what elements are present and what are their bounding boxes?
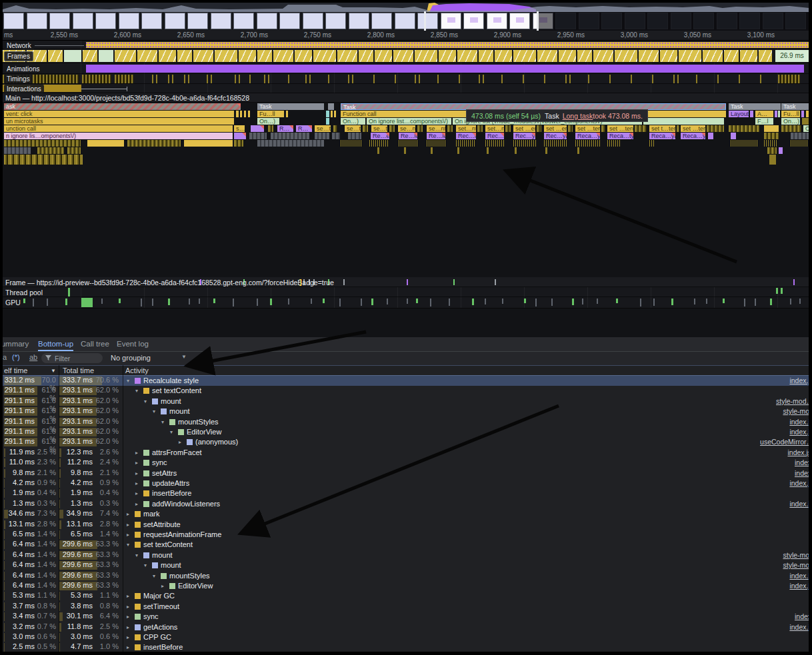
flame-entry-small[interactable] <box>545 147 547 154</box>
flame-entry[interactable]: O… <box>803 125 809 132</box>
expand-icon[interactable]: ▸ <box>127 532 129 538</box>
expand-icon[interactable]: ▸ <box>135 460 138 466</box>
flame-entry-small[interactable] <box>477 125 483 132</box>
tab-summary[interactable]: Summary <box>0 337 29 351</box>
flame-entry[interactable]: Task <box>257 103 324 110</box>
collapse-icon[interactable]: ▾ <box>153 573 155 579</box>
flame-entry-small[interactable] <box>778 111 780 117</box>
collapse-icon[interactable]: ▾ <box>153 408 155 414</box>
screenshot-thumbnail[interactable] <box>49 13 70 29</box>
collapse-icon[interactable]: ▾ <box>161 419 164 425</box>
table-row[interactable]: 6.5 ms1.4 %6.5 ms1.4 %▸requestAnimationF… <box>0 530 812 540</box>
flame-entry-small[interactable] <box>544 140 568 147</box>
flame-entry[interactable]: Rec…le <box>485 133 504 139</box>
frame-block[interactable] <box>639 50 659 62</box>
frame-block[interactable] <box>679 50 701 62</box>
flame-entry[interactable]: Re…le <box>399 133 417 139</box>
table-row[interactable]: 291.1 ms61.6 %293.1 ms62.0 %▾mountStyles… <box>0 417 812 427</box>
frame-block[interactable] <box>393 50 413 62</box>
screenshot-thumbnail[interactable] <box>187 13 208 29</box>
flame-entry-small[interactable] <box>427 140 445 147</box>
flame-entry-small[interactable] <box>236 111 239 117</box>
frame-block[interactable] <box>137 50 157 62</box>
table-row[interactable]: 6.4 ms1.4 %299.6 ms63.3 %▸EditorViewinde… <box>0 581 812 591</box>
flame-entry-small[interactable] <box>87 140 124 147</box>
screenshot-thumbnail[interactable] <box>73 13 93 29</box>
flame-entry[interactable]: n ignore lis…omponents\/) <box>4 133 233 139</box>
flame-entry-small[interactable] <box>537 125 541 132</box>
frame-block[interactable] <box>273 50 293 62</box>
main-thread-url[interactable]: Main — http://localhost:3000/projects/bd… <box>5 94 249 102</box>
frame-block[interactable] <box>593 50 613 62</box>
frames-track-label[interactable]: Frames <box>4 51 33 61</box>
grouping-select[interactable]: No grouping <box>111 354 151 362</box>
flame-entry-small[interactable] <box>363 125 368 132</box>
flame-entry[interactable]: Fu…ll <box>781 111 800 117</box>
expand-icon[interactable]: ▸ <box>127 634 129 640</box>
collapse-icon[interactable]: ▾ <box>144 562 147 568</box>
flame-entry-small[interactable] <box>4 155 83 165</box>
frame-block[interactable] <box>615 50 637 62</box>
frame-block[interactable] <box>375 50 392 62</box>
table-row[interactable]: 291.1 ms61.6 %293.1 ms62.0 %▾set textCon… <box>0 386 812 396</box>
flame-entry-small[interactable] <box>399 140 417 147</box>
flame-entry-small[interactable] <box>635 125 647 132</box>
match-case-icon[interactable]: a <box>3 353 7 361</box>
source-link[interactable]: useCodeMirror… <box>760 438 812 446</box>
flame-entry[interactable]: Rec…yle <box>513 133 535 139</box>
flame-entry[interactable]: se…nt <box>427 125 445 132</box>
flame-entry[interactable]: s…t <box>234 125 245 132</box>
flame-entry-small[interactable] <box>184 140 233 147</box>
flame-entry[interactable]: F…l <box>755 118 773 125</box>
flame-entry[interactable]: On…) <box>257 118 279 125</box>
activity-header[interactable]: Activity <box>125 366 149 374</box>
flame-entry-small[interactable] <box>568 125 573 132</box>
collapse-icon[interactable]: ▾ <box>135 388 138 394</box>
gpu-label[interactable]: GPU <box>5 299 21 307</box>
flame-entry-small[interactable] <box>251 125 264 132</box>
frame-block[interactable] <box>577 50 592 62</box>
frame-block[interactable] <box>703 50 723 62</box>
frame-block[interactable] <box>48 50 63 62</box>
table-row[interactable]: 3.2 ms0.7 %11.8 ms2.5 %▸getActionsindex.… <box>0 622 812 632</box>
flame-entry[interactable]: se…nt <box>398 125 415 132</box>
flame-entry-small[interactable] <box>334 111 336 117</box>
flame-entry[interactable]: On…) <box>781 118 800 125</box>
flame-entry-small[interactable] <box>234 140 243 147</box>
overview-window-left-handle[interactable] <box>424 11 426 31</box>
flame-entry-small[interactable] <box>750 111 753 117</box>
flame-entry-small[interactable] <box>777 103 781 110</box>
frame-block[interactable] <box>295 50 312 62</box>
interactions-track-label[interactable]: Interactions <box>4 85 44 93</box>
screenshot-thumbnail[interactable] <box>417 13 438 29</box>
expand-icon[interactable]: ▸ <box>135 490 138 496</box>
expand-icon[interactable]: ▸ <box>135 501 138 507</box>
flame-entry-small[interactable] <box>708 133 713 139</box>
flame-entry-small[interactable] <box>601 125 605 132</box>
animations-track-label[interactable]: Animations <box>4 65 42 73</box>
gpu-track[interactable] <box>0 297 812 309</box>
flame-entry-small[interactable] <box>332 133 340 139</box>
flame-entry-small[interactable] <box>326 111 329 117</box>
flame-entry-small[interactable] <box>431 147 433 154</box>
flame-entry-small[interactable] <box>331 111 333 117</box>
frame-block[interactable] <box>115 50 136 62</box>
regex-icon[interactable]: (*) <box>12 353 20 361</box>
flame-entry-small[interactable] <box>326 118 329 125</box>
collapse-icon[interactable]: ▾ <box>170 429 173 435</box>
flame-entry-small[interactable] <box>764 133 779 139</box>
screenshot-thumbnail[interactable] <box>441 13 461 29</box>
network-track-label[interactable]: Network <box>4 41 34 50</box>
flame-entry[interactable]: set …ent <box>513 125 535 132</box>
frame-block[interactable] <box>177 50 192 62</box>
flame-entry-small[interactable] <box>791 133 809 139</box>
flame-entry[interactable]: Reca…yle <box>575 133 600 139</box>
collapse-icon[interactable]: ▾ <box>144 398 147 404</box>
flame-entry-small[interactable] <box>37 147 64 154</box>
screenshot-thumbnail[interactable] <box>165 13 185 29</box>
overview-window-right-handle[interactable] <box>537 11 539 31</box>
flame-entry-small[interactable] <box>731 133 736 139</box>
collapse-icon[interactable]: ▾ <box>127 542 129 548</box>
screenshot-thumbnail[interactable] <box>371 13 392 29</box>
table-row[interactable]: 11.9 ms2.5 %12.3 ms2.6 %▸attrsFromFaceti… <box>0 448 812 458</box>
